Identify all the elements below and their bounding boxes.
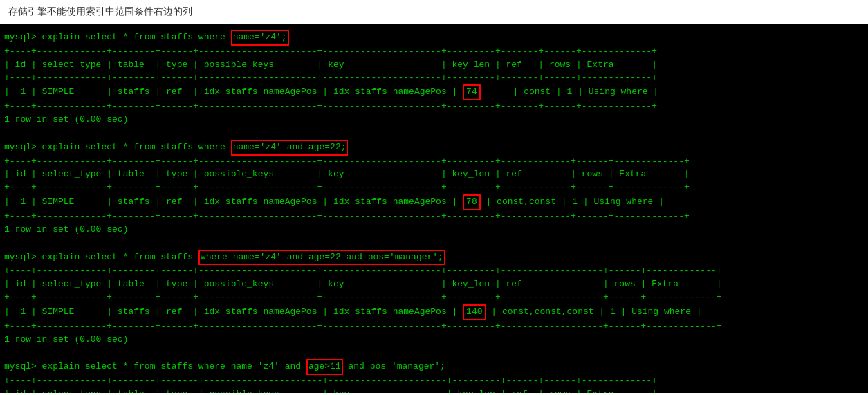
header-2: | id | select_type | table | type | poss…: [4, 168, 864, 181]
data-row-3: | 1 | SIMPLE | staffs | ref | idx_staffs…: [4, 304, 864, 320]
terminal-area: mysql> explain select * from staffs wher…: [0, 24, 868, 393]
page-title: 存储引擎不能使用索引中范围条件右边的列: [0, 0, 868, 24]
sep-1c: +----+-------------+--------+------+----…: [4, 100, 864, 113]
sep-4a: +----+-------------+--------+-------+---…: [4, 375, 864, 388]
query-prefix-3: mysql> explain select * from staffs: [4, 251, 198, 264]
blank-1: [4, 127, 864, 140]
rowcount-2: 1 row in set (0.00 sec): [4, 223, 864, 237]
sep-1b: +----+-------------+--------+------+----…: [4, 72, 864, 85]
query-prefix-4: mysql> explain select * from staffs wher…: [4, 360, 306, 374]
query-highlight-1: name='z4';: [231, 30, 289, 46]
query-prefix-2: mysql> explain select * from staffs wher…: [4, 141, 231, 154]
query-highlight-4: age>11: [306, 359, 343, 375]
sep-3b: +----+-------------+--------+------+----…: [4, 291, 864, 304]
data-row-2: | 1 | SIMPLE | staffs | ref | idx_staffs…: [4, 194, 864, 210]
header-1: | id | select_type | table | type | poss…: [4, 59, 864, 72]
query-highlight-2: name='z4' and age=22;: [231, 140, 349, 156]
rowcount-1: 1 row in set (0.00 sec): [4, 113, 864, 127]
query-line-3: mysql> explain select * from staffs wher…: [4, 250, 864, 266]
query-line-1: mysql> explain select * from staffs wher…: [4, 30, 864, 46]
keylen-1: 74: [463, 84, 481, 100]
header-4: | id | select_type | table | type | poss…: [4, 388, 864, 393]
query-prefix-1: mysql> explain select * from staffs wher…: [4, 31, 231, 44]
query-suffix-4: and pos='manager';: [343, 360, 445, 374]
sep-3a: +----+-------------+--------+------+----…: [4, 265, 864, 278]
keylen-2: 78: [463, 194, 481, 210]
sep-3c: +----+-------------+--------+------+----…: [4, 320, 864, 333]
rowcount-3: 1 row in set (0.00 sec): [4, 333, 864, 347]
query-line-2: mysql> explain select * from staffs wher…: [4, 140, 864, 156]
query-line-4: mysql> explain select * from staffs wher…: [4, 359, 864, 375]
header-3: | id | select_type | table | type | poss…: [4, 278, 864, 291]
blank-3: [4, 346, 864, 359]
sep-2b: +----+-------------+--------+------+----…: [4, 181, 864, 194]
sep-1a: +----+-------------+--------+------+----…: [4, 46, 864, 59]
sep-2c: +----+-------------+--------+------+----…: [4, 210, 864, 223]
data-row-1: | 1 | SIMPLE | staffs | ref | idx_staffs…: [4, 84, 864, 100]
sep-2a: +----+-------------+--------+------+----…: [4, 156, 864, 169]
keylen-3: 140: [463, 304, 486, 320]
blank-2: [4, 237, 864, 250]
query-highlight-3: where name='z4' and age=22 and pos='mana…: [198, 250, 445, 266]
